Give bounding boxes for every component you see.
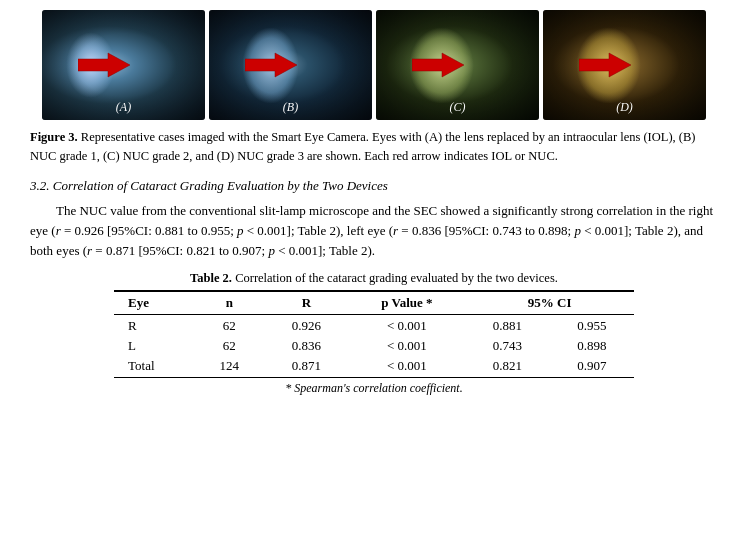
image-label-d: (D) — [616, 100, 633, 115]
figure-caption-text: Representative cases imaged with the Sma… — [30, 130, 696, 163]
red-arrow-a — [78, 51, 130, 79]
section-heading: 3.2. Correlation of Cataract Grading Eva… — [30, 176, 718, 196]
svg-marker-3 — [579, 53, 631, 77]
cell-eye-l: L — [114, 336, 194, 356]
red-arrow-b — [245, 51, 297, 79]
cell-p-r: < 0.001 — [349, 315, 466, 337]
section-number: 3.2. — [30, 178, 50, 193]
eye-image-b: (B) — [209, 10, 372, 120]
cell-r-total: 0.871 — [264, 356, 348, 378]
col-header-ci: 95% CI — [465, 291, 634, 315]
image-label-c: (C) — [450, 100, 466, 115]
body-paragraph: The NUC value from the conventional slit… — [30, 201, 718, 261]
red-arrow-d — [579, 51, 631, 79]
table-label: Table 2. — [190, 271, 232, 285]
table-caption-text: Correlation of the cataract grading eval… — [235, 271, 558, 285]
cell-n-total: 124 — [194, 356, 264, 378]
section-title: Correlation of Cataract Grading Evaluati… — [53, 178, 388, 193]
cell-ci-high-total: 0.907 — [550, 356, 634, 378]
table-section: Table 2. Correlation of the cataract gra… — [30, 271, 718, 396]
cell-r-r: 0.926 — [264, 315, 348, 337]
table-row: Total 124 0.871 < 0.001 0.821 0.907 — [114, 356, 634, 378]
cell-eye-total: Total — [114, 356, 194, 378]
cell-n-l: 62 — [194, 336, 264, 356]
table-header-row: Eye n R p Value * 95% CI — [114, 291, 634, 315]
svg-marker-1 — [245, 53, 297, 77]
table-footnote: * Spearman's correlation coefficient. — [285, 381, 462, 396]
eye-image-d: (D) — [543, 10, 706, 120]
cell-r-l: 0.836 — [264, 336, 348, 356]
eye-image-c: (C) — [376, 10, 539, 120]
cell-ci-low-r: 0.881 — [465, 315, 549, 337]
cell-n-r: 62 — [194, 315, 264, 337]
table-row: R 62 0.926 < 0.001 0.881 0.955 — [114, 315, 634, 337]
svg-marker-2 — [412, 53, 464, 77]
cell-p-l: < 0.001 — [349, 336, 466, 356]
figure-label: Figure 3. — [30, 130, 78, 144]
cell-eye-r: R — [114, 315, 194, 337]
cell-ci-high-l: 0.898 — [550, 336, 634, 356]
red-arrow-c — [412, 51, 464, 79]
figure-caption: Figure 3. Representative cases imaged wi… — [30, 128, 718, 166]
image-label-a: (A) — [116, 100, 131, 115]
cell-p-total: < 0.001 — [349, 356, 466, 378]
svg-marker-0 — [78, 53, 130, 77]
figure-images: (A) (B) (C) (D) — [30, 10, 718, 120]
col-header-r: R — [264, 291, 348, 315]
col-header-n: n — [194, 291, 264, 315]
table-row: L 62 0.836 < 0.001 0.743 0.898 — [114, 336, 634, 356]
eye-image-a: (A) — [42, 10, 205, 120]
cell-ci-high-r: 0.955 — [550, 315, 634, 337]
col-header-eye: Eye — [114, 291, 194, 315]
correlation-table: Eye n R p Value * 95% CI R 62 0.926 < 0.… — [114, 290, 634, 378]
image-label-b: (B) — [283, 100, 298, 115]
cell-ci-low-total: 0.821 — [465, 356, 549, 378]
table-caption: Table 2. Correlation of the cataract gra… — [190, 271, 558, 286]
cell-ci-low-l: 0.743 — [465, 336, 549, 356]
col-header-pvalue: p Value * — [349, 291, 466, 315]
